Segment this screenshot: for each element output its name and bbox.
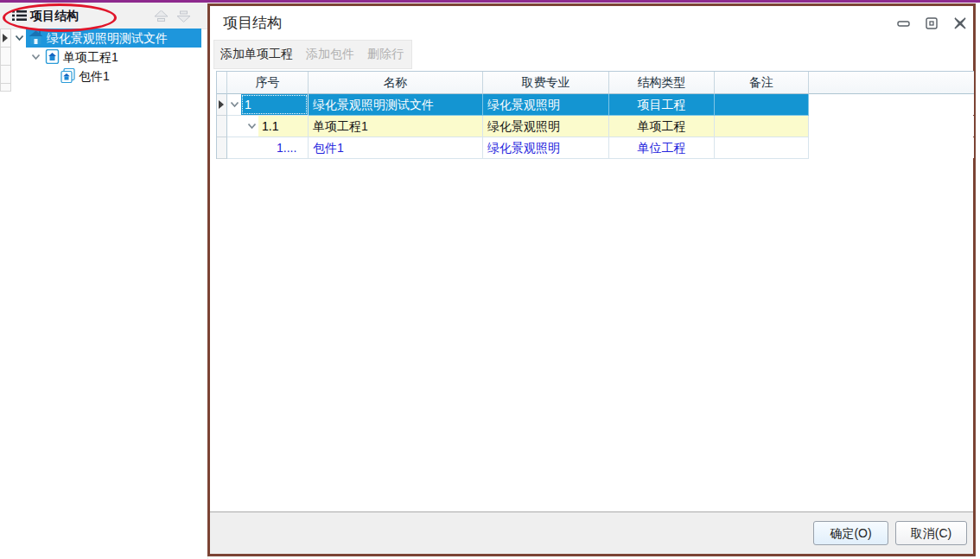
project-icon: [29, 30, 43, 45]
chevron-down-icon[interactable]: [31, 54, 41, 60]
column-header-gutter: [217, 72, 227, 94]
add-package-button[interactable]: 添加包件: [306, 47, 354, 62]
project-structure-dialog: 项目结构 添加单项工程 添加包件 删除行 序号 名称 取费专业 结构类型 备注 …: [207, 3, 976, 556]
fee-cell[interactable]: 绿化景观照明: [483, 94, 609, 116]
tree-node-child[interactable]: 单项工程1: [0, 48, 207, 67]
cancel-button[interactable]: 取消(C): [895, 521, 967, 545]
fee-cell[interactable]: 绿化景观照明: [483, 137, 609, 159]
table-row-seq-cell[interactable]: 1.1: [227, 116, 309, 137]
add-single-project-button[interactable]: 添加单项工程: [220, 47, 293, 62]
table-row-seq-cell[interactable]: 1: [227, 94, 309, 116]
chevron-down-icon[interactable]: [245, 116, 258, 137]
type-cell[interactable]: 项目工程: [609, 94, 715, 116]
row-filler: [809, 94, 974, 115]
row-selector[interactable]: [217, 94, 227, 116]
close-icon[interactable]: [953, 17, 967, 29]
panel-header: 项目结构: [0, 3, 207, 29]
maximize-icon[interactable]: [925, 17, 939, 29]
list-icon: [12, 10, 27, 22]
column-header-remark[interactable]: 备注: [715, 72, 809, 94]
seq-value[interactable]: 1....: [273, 137, 308, 158]
ok-button[interactable]: 确定(O): [813, 521, 888, 545]
delete-row-button[interactable]: 删除行: [367, 47, 404, 62]
dialog-footer: 确定(O) 取消(C): [210, 511, 973, 554]
table-row-seq-cell[interactable]: 1....: [227, 137, 309, 159]
move-up-icon[interactable]: [154, 10, 169, 22]
name-cell[interactable]: 单项工程1: [309, 116, 483, 137]
tree-node-leaf[interactable]: 包件1: [0, 67, 207, 86]
dialog-toolbar: 添加单项工程 添加包件 删除行: [213, 40, 412, 69]
single-project-icon: [45, 49, 60, 64]
name-cell[interactable]: 包件1: [309, 137, 483, 159]
chevron-down-icon[interactable]: [15, 35, 24, 41]
row-filler: [809, 137, 974, 158]
name-cell[interactable]: 绿化景观照明测试文件: [309, 94, 483, 116]
column-header-seq[interactable]: 序号: [227, 72, 309, 94]
tree-node-label: 单项工程1: [63, 48, 118, 67]
tree-node-root[interactable]: 绿化景观照明测试文件: [0, 29, 207, 48]
panel-title: 项目结构: [30, 3, 79, 29]
current-row-arrow-icon: [219, 100, 224, 109]
project-structure-panel: 项目结构: [0, 3, 208, 559]
package-icon: [60, 68, 75, 83]
row-selector[interactable]: [217, 137, 227, 159]
remark-cell[interactable]: [715, 116, 809, 137]
type-cell[interactable]: 单位工程: [609, 137, 715, 159]
column-header-type[interactable]: 结构类型: [609, 72, 715, 94]
fee-cell[interactable]: 绿化景观照明: [483, 116, 609, 137]
structure-table: 序号 名称 取费专业 结构类型 备注 1 绿化景观照明测试文件 绿化景观照明 项…: [216, 71, 974, 159]
remark-cell[interactable]: [715, 94, 809, 116]
column-header-filler: [809, 72, 974, 94]
row-filler: [809, 116, 974, 137]
remark-cell[interactable]: [715, 137, 809, 159]
row-selector[interactable]: [217, 116, 227, 137]
minimize-icon[interactable]: [897, 17, 911, 29]
move-down-icon[interactable]: [176, 10, 191, 22]
tree-node-label: 绿化景观照明测试文件: [47, 29, 168, 48]
seq-value[interactable]: 1: [241, 94, 308, 115]
column-header-name[interactable]: 名称: [309, 72, 483, 94]
chevron-down-icon[interactable]: [227, 94, 241, 115]
tree-node-label: 包件1: [79, 67, 110, 86]
column-header-fee[interactable]: 取费专业: [483, 72, 609, 94]
type-cell[interactable]: 单项工程: [609, 116, 715, 137]
dialog-title: 项目结构: [223, 13, 282, 33]
seq-value[interactable]: 1.1: [258, 116, 308, 137]
